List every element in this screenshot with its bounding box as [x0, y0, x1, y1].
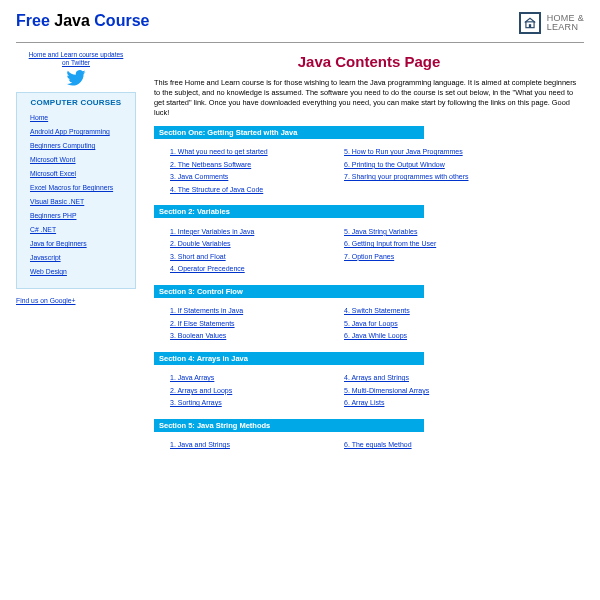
sidebar-item: Microsoft Excel: [30, 169, 128, 178]
content-section: Section 3: Control Flow1. If Statements …: [154, 285, 584, 344]
lesson-link[interactable]: 1. Integer Variables in Java: [170, 228, 254, 235]
lesson-item: 4. Switch Statements: [344, 306, 494, 315]
lesson-link[interactable]: 4. The Structure of Java Code: [170, 186, 263, 193]
lesson-item: 4. The Structure of Java Code: [170, 185, 320, 194]
content-section: Section 5: Java String Methods1. Java an…: [154, 419, 584, 453]
sidebar-item: Beginners PHP: [30, 211, 128, 220]
sidebar-link[interactable]: Microsoft Excel: [30, 170, 76, 177]
sidebar-link[interactable]: C# .NET: [30, 226, 56, 233]
section-heading: Section 2: Variables: [154, 205, 424, 218]
section-columns: 1. What you need to get started2. The Ne…: [154, 139, 584, 198]
link-column: 4. Arrays and Strings5. Multi-Dimensiona…: [344, 370, 494, 411]
lesson-item: 1. Java Arrays: [170, 373, 320, 382]
lesson-item: 6. The equals Method: [344, 440, 494, 449]
svg-rect-1: [529, 24, 531, 28]
lesson-item: 2. The Netbeans Software: [170, 160, 320, 169]
lesson-link[interactable]: 5. Java for Loops: [344, 320, 398, 327]
lesson-item: 2. If Else Statements: [170, 319, 320, 328]
link-column: 5. How to Run your Java Programmes6. Pri…: [344, 144, 494, 198]
courses-list: HomeAndroid App ProgrammingBeginners Com…: [24, 113, 128, 276]
title-word-course: Course: [94, 12, 149, 29]
site-logo: HOME & LEARN: [519, 12, 584, 34]
lesson-link[interactable]: 1. If Statements in Java: [170, 307, 243, 314]
section-heading: Section One: Getting Started with Java: [154, 126, 424, 139]
sections-container: Section One: Getting Started with Java1.…: [154, 126, 584, 453]
google-plus-link[interactable]: Find us on Google+: [16, 297, 136, 304]
lesson-link[interactable]: 2. The Netbeans Software: [170, 161, 251, 168]
lesson-link[interactable]: 6. Array Lists: [344, 399, 384, 406]
lesson-link[interactable]: 2. If Else Statements: [170, 320, 235, 327]
section-columns: 1. Integer Variables in Java2. Double Va…: [154, 218, 584, 277]
sidebar-item: Javascript: [30, 253, 128, 262]
twitter-icon[interactable]: [16, 70, 136, 86]
lesson-item: 5. Java String Variables: [344, 227, 494, 236]
lesson-item: 2. Arrays and Loops: [170, 386, 320, 395]
page-title: Java Contents Page: [154, 53, 584, 70]
lesson-link[interactable]: 4. Switch Statements: [344, 307, 410, 314]
lesson-link[interactable]: 3. Sorting Arrays: [170, 399, 222, 406]
lesson-link[interactable]: 6. The equals Method: [344, 441, 412, 448]
sidebar-link[interactable]: Microsoft Word: [30, 156, 76, 163]
sidebar-link[interactable]: Javascript: [30, 254, 61, 261]
lesson-link[interactable]: 4. Operator Precedence: [170, 265, 245, 272]
home-learn-icon: [519, 12, 541, 34]
link-column: 1. Java Arrays2. Arrays and Loops3. Sort…: [170, 370, 320, 411]
sidebar-item: C# .NET: [30, 225, 128, 234]
lesson-link[interactable]: 6. Printing to the Output Window: [344, 161, 445, 168]
lesson-link[interactable]: 1. What you need to get started: [170, 148, 268, 155]
courses-title: COMPUTER COURSES: [24, 98, 128, 107]
lesson-item: 3. Boolean Values: [170, 331, 320, 340]
lesson-link[interactable]: 1. Java Arrays: [170, 374, 214, 381]
link-column: 1. If Statements in Java2. If Else State…: [170, 303, 320, 344]
lesson-item: 1. What you need to get started: [170, 147, 320, 156]
lesson-item: 5. How to Run your Java Programmes: [344, 147, 494, 156]
lesson-link[interactable]: 3. Boolean Values: [170, 332, 226, 339]
sidebar-link[interactable]: Visual Basic .NET: [30, 198, 84, 205]
twitter-updates-link[interactable]: Home and Learn course updates on Twitter: [16, 51, 136, 67]
lesson-link[interactable]: 1. Java and Strings: [170, 441, 230, 448]
lesson-link[interactable]: 6. Getting Input from the User: [344, 240, 436, 247]
content-section: Section One: Getting Started with Java1.…: [154, 126, 584, 198]
sidebar-item: Java for Beginners: [30, 239, 128, 248]
sidebar-item: Beginners Computing: [30, 141, 128, 150]
courses-panel: COMPUTER COURSES HomeAndroid App Program…: [16, 92, 136, 289]
content-section: Section 2: Variables1. Integer Variables…: [154, 205, 584, 277]
sidebar-link[interactable]: Java for Beginners: [30, 240, 87, 247]
lesson-link[interactable]: 7. Sharing your programmes with others: [344, 173, 469, 180]
lesson-item: 7. Sharing your programmes with others: [344, 172, 494, 181]
lesson-link[interactable]: 4. Arrays and Strings: [344, 374, 409, 381]
lesson-link[interactable]: 2. Arrays and Loops: [170, 387, 232, 394]
sidebar-link[interactable]: Beginners Computing: [30, 142, 95, 149]
sidebar-link[interactable]: Excel Macros for Beginners: [30, 184, 113, 191]
lesson-link[interactable]: 3. Short and Float: [170, 253, 226, 260]
lesson-link[interactable]: 3. Java Comments: [170, 173, 228, 180]
title-word-java: Java: [54, 12, 90, 29]
sidebar-link[interactable]: Beginners PHP: [30, 212, 76, 219]
lesson-item: 1. If Statements in Java: [170, 306, 320, 315]
logo-text: HOME & LEARN: [547, 14, 584, 33]
link-column: 1. What you need to get started2. The Ne…: [170, 144, 320, 198]
site-title: Free Java Course: [16, 12, 149, 30]
sidebar-link[interactable]: Web Design: [30, 268, 67, 275]
lesson-item: 3. Java Comments: [170, 172, 320, 181]
lesson-item: 5. Java for Loops: [344, 319, 494, 328]
lesson-link[interactable]: 5. Multi-Dimensional Arrays: [344, 387, 429, 394]
sidebar-link[interactable]: Android App Programming: [30, 128, 110, 135]
lesson-link[interactable]: 5. Java String Variables: [344, 228, 417, 235]
lesson-link[interactable]: 6. Java While Loops: [344, 332, 407, 339]
lesson-item: 6. Getting Input from the User: [344, 239, 494, 248]
lesson-item: 1. Integer Variables in Java: [170, 227, 320, 236]
sidebar-item: Android App Programming: [30, 127, 128, 136]
lesson-link[interactable]: 7. Option Panes: [344, 253, 394, 260]
sidebar-link[interactable]: Home: [30, 114, 48, 121]
lesson-link[interactable]: 5. How to Run your Java Programmes: [344, 148, 463, 155]
link-column: 6. The equals Method: [344, 437, 494, 453]
sidebar: Home and Learn course updates on Twitter…: [16, 51, 136, 461]
link-column: 5. Java String Variables6. Getting Input…: [344, 223, 494, 277]
page-header: Free Java Course HOME & LEARN: [16, 12, 584, 34]
section-columns: 1. Java and Strings6. The equals Method: [154, 432, 584, 453]
sidebar-item: Excel Macros for Beginners: [30, 183, 128, 192]
section-columns: 1. If Statements in Java2. If Else State…: [154, 298, 584, 344]
lesson-link[interactable]: 2. Double Variables: [170, 240, 231, 247]
link-column: 1. Java and Strings: [170, 437, 320, 453]
